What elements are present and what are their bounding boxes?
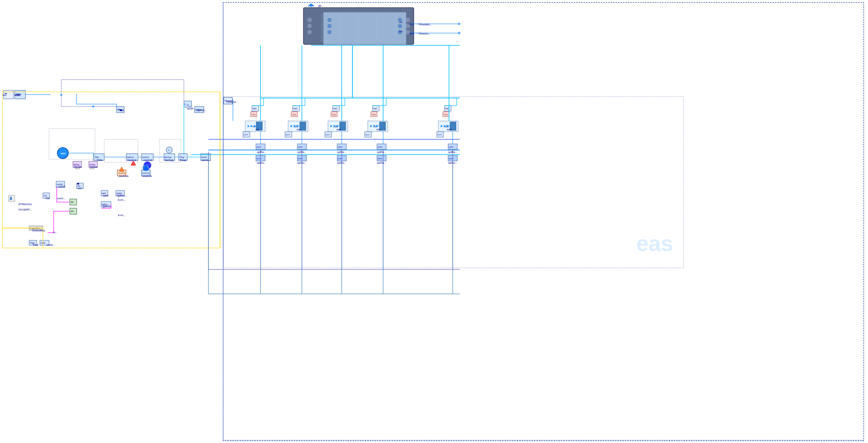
svg-marker-163 xyxy=(119,167,124,171)
svg-text:splRe: splRe xyxy=(449,146,454,148)
svg-text:TRooAir: TRooAir xyxy=(224,100,232,102)
svg-text:TSG: TSG xyxy=(446,124,451,127)
svg-rect-78 xyxy=(340,122,346,130)
svg-point-233 xyxy=(60,94,62,96)
diagram-canvas: ☁ wea VDU TMix heaCol cooCol fanSup ⊕ TS… xyxy=(0,0,868,443)
svg-text:TSup: TSup xyxy=(179,156,185,159)
svg-text:TSG: TSG xyxy=(255,124,260,127)
svg-text:frpSta: frpSta xyxy=(73,164,80,166)
svg-text:TOut: TOut xyxy=(16,93,22,96)
svg-text:splRe: splRe xyxy=(378,146,382,148)
svg-point-20 xyxy=(398,24,402,28)
svg-text:or2: or2 xyxy=(77,185,80,187)
svg-point-16 xyxy=(328,18,331,22)
svg-point-17 xyxy=(328,24,331,28)
svg-text:TSat: TSat xyxy=(30,242,34,244)
svg-text:k=27: k=27 xyxy=(75,167,80,170)
svg-marker-42 xyxy=(131,161,136,165)
svg-text:splRe: splRe xyxy=(298,146,303,148)
svg-rect-170 xyxy=(15,199,25,203)
svg-text:conV: conV xyxy=(326,134,330,136)
svg-rect-232 xyxy=(223,2,864,441)
diagram-svg: ☁ wea VDU TMix heaCol cooCol fanSup ⊕ TS… xyxy=(0,0,868,443)
svg-text:TSG: TSG xyxy=(371,113,376,116)
svg-text:swH: swH xyxy=(102,192,106,195)
svg-text:wea: wea xyxy=(2,94,6,96)
svg-text:fanSup: fanSup xyxy=(164,156,171,159)
svg-text:conV: conV xyxy=(365,134,370,136)
svg-point-9 xyxy=(307,18,312,22)
svg-text:min: min xyxy=(399,21,402,23)
svg-text:VaG: VaG xyxy=(373,107,377,110)
svg-rect-72 xyxy=(300,122,306,130)
svg-text:splRe: splRe xyxy=(256,146,261,148)
svg-text:TSG: TSG xyxy=(332,113,336,116)
svg-text:ave: ave xyxy=(399,30,402,32)
svg-text:TSG: TSG xyxy=(374,124,379,127)
svg-text:galCo: galCo xyxy=(102,203,107,206)
svg-text:colOR: colOR xyxy=(57,183,63,185)
svg-rect-84 xyxy=(379,122,385,130)
svg-text:splRe: splRe xyxy=(338,146,343,148)
svg-text:VaG: VaG xyxy=(293,107,298,110)
svg-rect-0 xyxy=(2,92,220,248)
svg-text:heSta: heSta xyxy=(90,164,95,166)
svg-rect-1 xyxy=(223,2,864,440)
svg-text:VaG: VaG xyxy=(445,107,449,110)
svg-text:TSG: TSG xyxy=(443,113,448,116)
svg-text:k=27: k=27 xyxy=(90,167,94,170)
svg-text:👤: 👤 xyxy=(9,197,13,200)
svg-text:eas: eas xyxy=(636,231,673,255)
svg-point-236 xyxy=(77,183,79,184)
svg-point-10 xyxy=(307,24,312,29)
svg-rect-171 xyxy=(15,204,25,208)
svg-point-235 xyxy=(120,109,122,111)
svg-text:VDU: VDU xyxy=(61,152,66,155)
svg-text:splSu: splSu xyxy=(378,158,382,160)
svg-text:TSG: TSG xyxy=(295,124,300,127)
svg-text:cooCol: cooCol xyxy=(142,156,149,158)
svg-rect-218 xyxy=(49,129,95,159)
svg-text:heaCol: heaCol xyxy=(127,156,134,158)
svg-text:souCoo: souCoo xyxy=(142,172,150,174)
svg-point-234 xyxy=(92,106,94,107)
svg-point-18 xyxy=(328,30,331,34)
svg-text:TSG: TSG xyxy=(335,124,340,127)
svg-text:V_: V_ xyxy=(184,103,187,106)
svg-rect-15 xyxy=(323,12,406,44)
svg-text:PI: PI xyxy=(71,201,73,204)
svg-text:m...: m... xyxy=(32,228,36,230)
svg-text:souHea: souHea xyxy=(118,172,125,174)
svg-text:senSi: senSi xyxy=(202,156,207,158)
svg-text:conV: conV xyxy=(244,134,248,136)
svg-marker-22 xyxy=(308,4,314,6)
svg-text:VaG: VaG xyxy=(253,107,257,110)
svg-text:⊕: ⊕ xyxy=(168,149,170,151)
svg-text:TSi: TSi xyxy=(43,195,47,197)
svg-text:conV: conV xyxy=(286,134,290,136)
svg-text:conV: conV xyxy=(437,134,442,136)
svg-text:dpRet: dpRet xyxy=(195,109,201,111)
svg-point-11 xyxy=(307,30,312,35)
svg-text:PI: PI xyxy=(71,210,73,213)
svg-text:TSG: TSG xyxy=(292,113,296,116)
svg-text:splHe: splHe xyxy=(117,192,122,195)
svg-text:TSG: TSG xyxy=(251,113,256,116)
svg-text:VaG: VaG xyxy=(333,107,337,110)
